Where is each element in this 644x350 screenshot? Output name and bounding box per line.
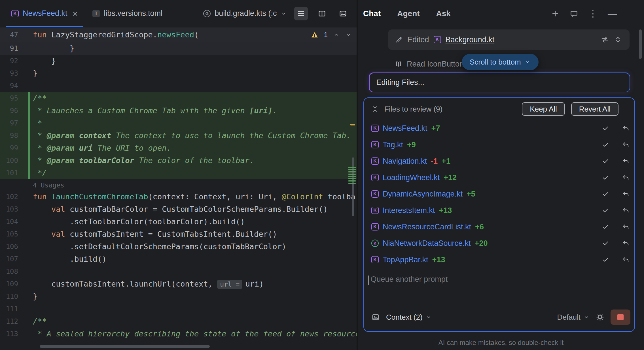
accept-file-button[interactable] (601, 189, 610, 199)
expand-icon[interactable] (614, 35, 622, 44)
attach-image-icon[interactable] (371, 313, 380, 321)
settings-gear-icon[interactable] (596, 313, 604, 321)
code-line[interactable]: 100 * @param toolbarColor The color of t… (0, 154, 357, 167)
chat-scrollbar[interactable] (639, 29, 642, 59)
review-file-row[interactable]: KNewsFeed.kt+7 (364, 120, 634, 136)
code-line[interactable]: 112/** (0, 315, 357, 328)
accept-file-button[interactable] (601, 124, 610, 133)
accept-file-button[interactable] (601, 255, 610, 264)
warning-stripe-mark[interactable] (350, 124, 355, 125)
edited-file-card[interactable]: Edited K Background.kt (388, 29, 630, 50)
code-line[interactable]: 96 * Launches a Custom Chrome Tab with t… (0, 104, 357, 117)
preview-button[interactable] (336, 7, 350, 20)
revert-file-button[interactable] (621, 239, 630, 248)
code-line[interactable]: 106 .setDefaultColorSchemeParams(customT… (0, 240, 357, 253)
tab-newsfeed[interactable]: K NewsFeed.kt × (4, 0, 85, 27)
code-line[interactable]: 102fun launchCustomChromeTab(context: Co… (0, 191, 357, 203)
tab-build-gradle[interactable]: G build.gradle.kts (:c (196, 0, 294, 27)
accept-file-button[interactable] (601, 222, 610, 231)
scroll-to-bottom-button[interactable]: Scroll to bottom (462, 54, 539, 70)
file-link[interactable]: Navigation.kt (383, 157, 427, 166)
accept-file-button[interactable] (601, 157, 610, 166)
vertical-scrollbar[interactable] (352, 157, 354, 216)
file-link[interactable]: NewsFeed.kt (383, 124, 427, 133)
code-line[interactable]: 113 * A sealed hierarchy describing the … (0, 328, 357, 340)
review-file-row[interactable]: KDynamicAsyncImage.kt+5 (364, 186, 634, 202)
revert-file-button[interactable] (621, 124, 630, 133)
file-link[interactable]: TopAppBar.kt (383, 255, 428, 264)
file-link[interactable]: InterestsItem.kt (383, 206, 435, 215)
previous-problem-icon[interactable] (333, 32, 340, 38)
revert-file-button[interactable] (621, 140, 630, 149)
accept-file-button[interactable] (601, 206, 610, 215)
code-line[interactable]: 104 .setToolbarColor(toolbarColor).build… (0, 215, 357, 228)
review-file-row[interactable]: KNavigation.kt-1+1 (364, 153, 634, 169)
code-line[interactable]: 94 (0, 80, 357, 92)
code-line[interactable]: 111 (0, 303, 357, 315)
edited-file-link[interactable]: Background.kt (446, 35, 495, 44)
tab-agent[interactable]: Agent (397, 9, 420, 18)
review-file-row[interactable]: KInterestsItem.kt+13 (364, 202, 634, 219)
model-selector[interactable]: Default (557, 313, 590, 322)
open-diff-icon[interactable] (601, 35, 609, 44)
file-link[interactable]: DynamicAsyncImage.kt (383, 190, 463, 199)
revert-file-button[interactable] (621, 255, 630, 264)
revert-file-button[interactable] (621, 206, 630, 215)
accept-file-button[interactable] (601, 239, 610, 248)
split-editor-button[interactable] (315, 7, 329, 20)
code-line[interactable]: 108 (0, 265, 357, 278)
revert-file-button[interactable] (621, 173, 630, 182)
accept-file-button[interactable] (601, 173, 610, 182)
sticky-code-line[interactable]: 47 fun LazyStaggeredGridScope.newsFeed( … (0, 27, 357, 42)
code-line[interactable]: 93} (0, 67, 357, 80)
code-line[interactable]: 107 .build() (0, 253, 357, 265)
horizontal-scrollbar[interactable] (40, 345, 210, 348)
stop-button[interactable] (611, 310, 630, 325)
file-link[interactable]: NiaNetworkDataSource.kt (383, 239, 471, 248)
next-problem-icon[interactable] (345, 32, 351, 38)
code-line[interactable]: 105 val customTabsIntent = CustomTabsInt… (0, 228, 357, 240)
close-tab-icon[interactable]: × (73, 9, 78, 18)
new-chat-icon[interactable] (551, 9, 560, 18)
editor-list-view-button[interactable] (294, 7, 308, 20)
prompt-input[interactable]: Queue another prompt (364, 268, 634, 307)
code-line[interactable]: 95/** (0, 92, 357, 104)
code-line[interactable]: 4 Usages (0, 179, 357, 191)
minimize-icon[interactable]: — (608, 9, 617, 18)
code-line[interactable]: 109 customTabsIntent.launchUrl(context, … (0, 278, 357, 290)
code-line[interactable]: 99 * @param uri The URI to open. (0, 142, 357, 154)
review-file-row[interactable]: KNiaNetworkDataSource.kt+20 (364, 235, 634, 251)
collapse-icon[interactable] (371, 105, 379, 113)
code-line[interactable]: 101 */ (0, 167, 357, 179)
code-line[interactable]: 98 * @param context The context to use t… (0, 129, 357, 142)
tab-libs-versions[interactable]: T libs.versions.toml (85, 0, 170, 27)
file-link[interactable]: LoadingWheel.kt (383, 173, 440, 182)
code-lines[interactable]: 91 }92 }93}9495/**96 * Launches a Custom… (0, 42, 357, 350)
tab-ask[interactable]: Ask (436, 9, 451, 18)
tab-chat[interactable]: Chat (363, 9, 381, 18)
more-options-icon[interactable]: ⋮ (588, 9, 598, 18)
revert-all-button[interactable]: Revert All (571, 102, 618, 116)
revert-file-button[interactable] (621, 157, 630, 166)
code-line[interactable]: 91 } (0, 42, 357, 55)
changed-lines-marker[interactable] (348, 167, 356, 184)
code-line[interactable]: 92 } (0, 55, 357, 67)
revert-file-button[interactable] (621, 189, 630, 199)
review-file-row[interactable]: KTopAppBar.kt+13 (364, 251, 634, 268)
chevron-down-icon[interactable] (281, 10, 287, 17)
code-line[interactable]: 103 val customTabBarColor = CustomTabCol… (0, 203, 357, 215)
revert-file-button[interactable] (621, 222, 630, 231)
code-line[interactable]: 97 * (0, 117, 357, 129)
review-file-row[interactable]: KNewsResourceCardList.kt+6 (364, 219, 634, 235)
review-file-row[interactable]: KLoadingWheel.kt+12 (364, 169, 634, 186)
review-file-row[interactable]: KTag.kt+9 (364, 136, 634, 153)
accept-file-button[interactable] (601, 140, 610, 149)
conversations-icon[interactable] (570, 9, 578, 18)
file-link[interactable]: NewsResourceCardList.kt (383, 223, 471, 231)
context-selector[interactable]: Context (2) (386, 313, 432, 322)
usages-hint[interactable]: 4 Usages (33, 182, 64, 189)
warning-icon[interactable] (311, 31, 318, 39)
keep-all-button[interactable]: Keep All (522, 102, 565, 116)
file-link[interactable]: Tag.kt (383, 140, 403, 149)
code-line[interactable]: 110} (0, 290, 357, 303)
